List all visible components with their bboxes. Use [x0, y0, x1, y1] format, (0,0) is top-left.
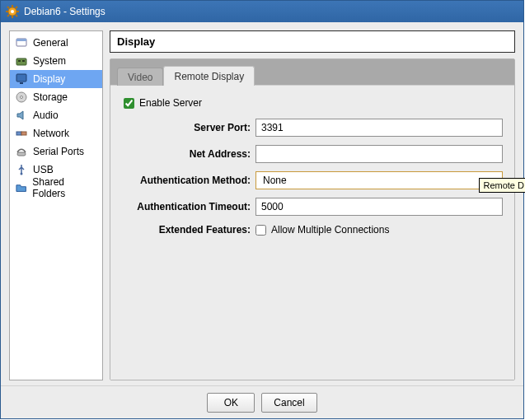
- usb-icon: [15, 163, 28, 176]
- shared-folders-icon: [15, 181, 27, 194]
- ok-button[interactable]: OK: [207, 393, 255, 413]
- tooltip-fragment: Remote D: [479, 178, 525, 193]
- allow-multiple-label: Allow Multiple Connections: [271, 224, 389, 236]
- display-panel: Video Remote Display Enable Server Serve…: [110, 58, 515, 380]
- svg-rect-20: [21, 132, 26, 135]
- svg-rect-12: [16, 58, 26, 65]
- server-port-label: Server Port:: [122, 122, 255, 133]
- net-address-input[interactable]: [255, 145, 503, 163]
- sidebar-item-display[interactable]: Display: [10, 70, 102, 88]
- sidebar-item-audio[interactable]: Audio: [10, 106, 102, 124]
- network-icon: [15, 127, 28, 140]
- tab-label: Video: [128, 72, 152, 83]
- sidebar-item-label: System: [33, 55, 66, 67]
- panel-body: Enable Server Server Port: Net Address: …: [110, 86, 514, 380]
- allow-multiple-checkbox[interactable]: [255, 225, 266, 236]
- svg-rect-19: [16, 132, 21, 135]
- tabs: Video Remote Display: [110, 59, 514, 86]
- svg-rect-14: [22, 60, 25, 62]
- display-icon: [15, 72, 28, 86]
- tab-remote-display[interactable]: Remote Display: [163, 66, 255, 86]
- sidebar-item-label: Storage: [33, 91, 68, 103]
- svg-point-22: [21, 173, 23, 175]
- audio-icon: [15, 109, 28, 122]
- sidebar-item-storage[interactable]: Storage: [10, 88, 102, 106]
- sidebar-item-label: Shared Folders: [32, 176, 97, 199]
- enable-server-label: Enable Server: [139, 97, 202, 109]
- titlebar: Debian6 - Settings: [1, 1, 523, 22]
- svg-rect-15: [16, 74, 26, 82]
- svg-rect-11: [16, 39, 26, 41]
- content-area: General System Display Storage Audio Net…: [1, 22, 523, 385]
- tab-label: Remote Display: [174, 71, 244, 82]
- sidebar-item-general[interactable]: General: [10, 34, 102, 52]
- sidebar-item-network[interactable]: Network: [10, 124, 102, 142]
- auth-timeout-label: Authentication Timeout:: [122, 201, 255, 212]
- svg-point-1: [11, 10, 14, 13]
- svg-line-9: [16, 7, 17, 8]
- sidebar-item-label: Network: [33, 128, 69, 139]
- sidebar-item-shared-folders[interactable]: Shared Folders: [10, 179, 102, 197]
- auth-method-select[interactable]: None: [255, 171, 503, 189]
- gear-icon: [6, 5, 19, 18]
- server-port-input[interactable]: [255, 119, 503, 137]
- cancel-button[interactable]: Cancel: [261, 393, 316, 413]
- auth-timeout-input[interactable]: [255, 198, 503, 216]
- panel-title: Display: [110, 30, 515, 53]
- svg-rect-13: [18, 60, 21, 62]
- sidebar: General System Display Storage Audio Net…: [9, 30, 103, 380]
- extended-features-label: Extended Features:: [122, 224, 255, 236]
- svg-rect-21: [17, 152, 26, 156]
- window-title: Debian6 - Settings: [24, 6, 105, 17]
- sidebar-item-label: Serial Ports: [33, 146, 84, 157]
- sidebar-item-label: General: [33, 37, 68, 49]
- tab-video[interactable]: Video: [117, 68, 163, 86]
- sidebar-item-label: Display: [33, 73, 65, 85]
- sidebar-item-label: USB: [33, 164, 54, 175]
- general-icon: [15, 36, 28, 49]
- auth-method-label: Authentication Method:: [122, 175, 255, 186]
- dialog-buttons: OK Cancel: [1, 385, 523, 418]
- svg-rect-16: [20, 82, 23, 84]
- system-icon: [15, 54, 28, 68]
- storage-icon: [15, 91, 28, 104]
- net-address-label: Net Address:: [122, 148, 255, 160]
- svg-line-7: [16, 15, 17, 16]
- sidebar-item-system[interactable]: System: [10, 52, 102, 70]
- sidebar-item-label: Audio: [33, 110, 59, 121]
- svg-line-6: [7, 7, 9, 8]
- svg-point-18: [21, 96, 23, 99]
- svg-line-8: [7, 15, 9, 16]
- serial-ports-icon: [15, 145, 28, 158]
- sidebar-item-serial-ports[interactable]: Serial Ports: [10, 142, 102, 161]
- main-panel: Display Video Remote Display Enable Serv…: [110, 30, 515, 380]
- enable-server-checkbox[interactable]: [124, 98, 134, 109]
- settings-window: Debian6 - Settings General System Displa…: [0, 0, 524, 419]
